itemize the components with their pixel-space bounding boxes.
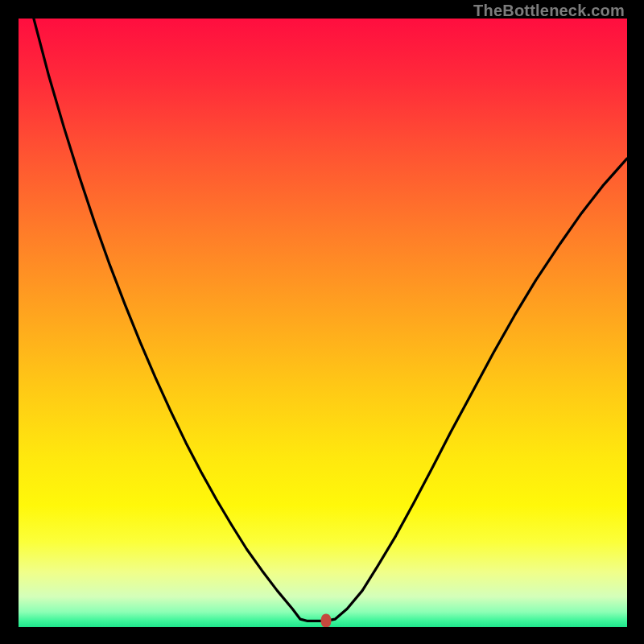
outer-frame: TheBottleneck.com — [0, 0, 644, 644]
bottleneck-curve — [19, 19, 627, 627]
plot-area — [19, 19, 627, 627]
optimal-point-marker — [320, 614, 331, 627]
watermark-text: TheBottleneck.com — [473, 2, 625, 20]
